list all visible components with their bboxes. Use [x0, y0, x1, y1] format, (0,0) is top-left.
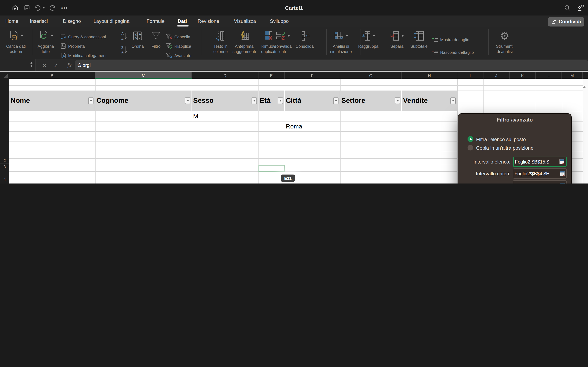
tab-inserisci[interactable]: Inserisci [30, 16, 48, 26]
column-header-L[interactable]: L [536, 72, 562, 79]
criteria-header-cognome[interactable]: Cognome [95, 91, 192, 111]
tab-revisione[interactable]: Revisione [198, 16, 219, 26]
what-if-analysis-button[interactable]: ? Analisi disimulazione [325, 28, 356, 58]
row-header-2[interactable]: 2 [0, 157, 9, 164]
filter-dropdown-icon[interactable] [278, 98, 283, 104]
flash-fill-icon [239, 31, 250, 41]
data-validation-icon [276, 31, 286, 41]
insert-function-icon[interactable]: fx [65, 59, 73, 71]
criteria-range-label: Intervallo criteri: [461, 171, 510, 176]
refresh-all-button[interactable]: Aggiornatutto [30, 28, 61, 58]
range-picker-icon[interactable] [560, 183, 566, 184]
share-button[interactable]: Condividi [548, 17, 584, 26]
tab-layout[interactable]: Layout di pagina [94, 16, 130, 26]
radio-filter-in-place[interactable] [467, 136, 473, 142]
group-button[interactable]: Raggruppa [353, 28, 384, 58]
column-header-C[interactable]: C [95, 72, 192, 79]
row-header-3[interactable]: 3 [0, 164, 9, 169]
column-header-K[interactable]: K [510, 72, 536, 79]
name-box-stepper[interactable] [30, 62, 33, 67]
filter-dropdown-icon[interactable] [88, 98, 94, 104]
subtotal-button[interactable]: Subtotale [403, 28, 434, 58]
row-header-4[interactable]: 4 [0, 169, 9, 184]
contacts-icon[interactable] [577, 4, 585, 12]
queries-connections-button[interactable]: Query & connessioni [61, 34, 106, 40]
ungroup-icon [390, 31, 400, 41]
criteria-header-settore[interactable]: Settore [340, 91, 402, 111]
show-detail-button[interactable]: Mostra dettaglio [432, 37, 469, 42]
title-bar: ••• Cartel1 [0, 0, 588, 16]
column-header-B[interactable]: B [9, 72, 95, 79]
criteria-header-citta[interactable]: Città [285, 91, 340, 111]
scroll-up-icon [583, 79, 586, 88]
list-range-input[interactable]: Foglio2!$B$15:$ [513, 157, 567, 167]
reapply-filter-button[interactable]: Riapplica [166, 43, 191, 49]
name-box[interactable] [0, 59, 35, 71]
svg-text:A: A [135, 36, 137, 40]
criteria-header-nome[interactable]: Nome [9, 91, 95, 111]
properties-button[interactable]: Proprietà [61, 43, 85, 49]
radio-filter-in-place-label[interactable]: Filtra l'elenco sul posto [476, 137, 526, 142]
column-header-M[interactable]: M [562, 72, 583, 79]
copy-to-input[interactable] [513, 180, 567, 184]
tab-disegno[interactable]: Disegno [63, 16, 81, 26]
tab-formule[interactable]: Formule [147, 16, 164, 26]
clear-filter-button[interactable]: Cancella [166, 34, 190, 40]
column-header-F[interactable]: F [285, 72, 340, 79]
filter-dropdown-icon[interactable] [251, 98, 257, 104]
hide-detail-icon [432, 50, 438, 55]
formula-input[interactable]: Giorgi [75, 60, 588, 70]
confirm-entry-icon[interactable]: ✓ [52, 59, 60, 71]
advanced-filter-dialog: Filtro avanzato Filtra l'elenco sul post… [458, 113, 572, 184]
tab-home[interactable]: Home [5, 16, 18, 26]
row-headers: 2345678910111213141516171819202122232425… [0, 79, 9, 184]
clear-filter-icon [166, 34, 172, 40]
cell-D5[interactable]: M [192, 111, 259, 121]
filter-dropdown-icon[interactable] [333, 98, 338, 104]
dropdown-chevron-icon [51, 35, 53, 37]
criteria-header-sesso[interactable]: Sesso [192, 91, 259, 111]
vertical-scrollbar[interactable] [583, 79, 588, 184]
column-header-H[interactable]: H [402, 72, 457, 79]
criteria-range-input[interactable]: Foglio2!$B$4:$H [513, 168, 567, 179]
range-picker-icon[interactable] [560, 171, 566, 176]
cell-F6[interactable]: Roma [285, 121, 340, 131]
radio-copy-elsewhere-label[interactable]: Copia in un'altra posizione [476, 145, 534, 151]
advanced-filter-button[interactable]: Avanzato [166, 53, 191, 58]
criteria-row-6: Roma [9, 121, 457, 131]
radio-copy-elsewhere[interactable] [467, 145, 473, 150]
hide-detail-button[interactable]: Nascondi dettaglio [432, 50, 474, 55]
filter-dropdown-icon[interactable] [185, 98, 190, 104]
load-external-data-button[interactable]: Carica datiesterni [0, 28, 31, 58]
column-header-E[interactable]: E [259, 72, 285, 79]
cancel-entry-icon[interactable]: ✕ [41, 59, 48, 71]
column-header-J[interactable]: J [484, 72, 510, 79]
ribbon-divider [488, 29, 489, 55]
criteria-header-eta[interactable]: Età [259, 91, 285, 111]
tab-visualizza[interactable]: Visualizza [234, 16, 256, 26]
range-hover-cell[interactable] [259, 165, 285, 172]
column-header-D[interactable]: D [192, 72, 259, 79]
criteria-header-vendite[interactable]: Vendite [402, 91, 457, 111]
filter-icon [151, 31, 161, 41]
column-header-G[interactable]: G [340, 72, 402, 79]
edit-links-button[interactable]: Modifica collegamenti [61, 53, 107, 58]
edit-links-icon [61, 53, 66, 58]
analysis-tools-button[interactable]: ⚙ Strumentidi analisi [489, 28, 520, 58]
what-if-icon: ? [334, 31, 345, 41]
filter-dropdown-icon[interactable] [450, 98, 456, 104]
consolidate-button[interactable]: Consolida [289, 28, 320, 58]
filter-dropdown-icon[interactable] [395, 98, 400, 104]
gear-icon: ⚙ [500, 31, 510, 41]
share-label: Condividi [559, 19, 581, 25]
select-all-corner[interactable] [0, 72, 9, 79]
tab-dati[interactable]: Dati [178, 16, 187, 26]
column-header-I[interactable]: I [457, 72, 484, 79]
range-picker-icon[interactable] [559, 159, 565, 165]
tab-sviluppo[interactable]: Sviluppo [270, 16, 289, 26]
criteria-row-5: M [9, 111, 457, 121]
share-icon [551, 19, 557, 24]
svg-text:?: ? [339, 35, 343, 41]
search-icon[interactable] [563, 4, 571, 12]
ribbon-divider [118, 29, 118, 55]
